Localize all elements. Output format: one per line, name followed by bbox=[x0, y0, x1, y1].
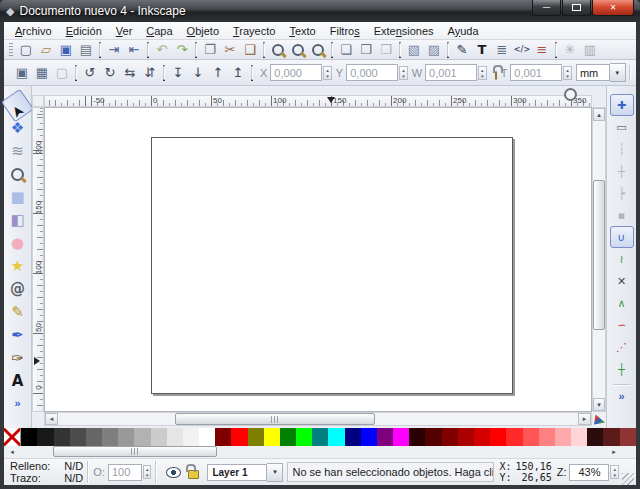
palette-swatch[interactable] bbox=[361, 428, 377, 446]
unlink-clone-button[interactable]: ❒ bbox=[376, 41, 396, 59]
palette-swatch[interactable] bbox=[571, 428, 587, 446]
palette-swatch[interactable] bbox=[603, 428, 619, 446]
scroll-right-icon[interactable]: ▸ bbox=[578, 413, 591, 425]
x-spinner[interactable]: ▴▾ bbox=[323, 66, 332, 80]
palette-swatch[interactable] bbox=[134, 428, 150, 446]
stroke-value[interactable]: N/D bbox=[64, 472, 83, 484]
palette-swatch[interactable] bbox=[474, 428, 490, 446]
palette-scrollbar-thumb[interactable] bbox=[53, 446, 217, 457]
select-all-button[interactable]: ▣ bbox=[12, 64, 32, 82]
palette-swatch[interactable] bbox=[539, 428, 555, 446]
layer-selector[interactable]: Layer 1 ▾ bbox=[207, 463, 283, 482]
fill-value[interactable]: N/D bbox=[64, 460, 83, 472]
snap-object-centers-button[interactable]: ┼ bbox=[610, 358, 634, 380]
pencil-tool[interactable]: ✎ bbox=[5, 301, 30, 324]
palette-swatch[interactable] bbox=[199, 428, 215, 446]
cut-button[interactable]: ✂ bbox=[220, 41, 240, 59]
palette-swatch[interactable] bbox=[555, 428, 571, 446]
menu-extensiones[interactable]: Extensiones bbox=[367, 23, 441, 39]
xml-editor-button[interactable]: </> bbox=[512, 41, 532, 59]
rotate-ccw-button[interactable]: ↺ bbox=[80, 64, 100, 82]
snap-cusp-nodes-button[interactable]: ∧ bbox=[610, 292, 634, 314]
palette-swatch[interactable] bbox=[587, 428, 603, 446]
menu-capa[interactable]: Capa bbox=[139, 23, 179, 39]
lower-to-bottom-button[interactable]: ↧ bbox=[168, 64, 188, 82]
group-button[interactable]: ▧ bbox=[404, 41, 424, 59]
horizontal-scrollbar[interactable]: ◂ ▸ bbox=[44, 412, 592, 426]
menu-ayuda[interactable]: Ayuda bbox=[441, 23, 486, 39]
zoom-selection-button[interactable] bbox=[268, 41, 288, 59]
snapbar-overflow-icon[interactable]: » bbox=[618, 390, 624, 402]
open-document-button[interactable]: ▱ bbox=[36, 41, 56, 59]
height-spinner[interactable]: ▴▾ bbox=[563, 66, 572, 80]
paste-button[interactable]: ❑ bbox=[240, 41, 260, 59]
color-management-toggle[interactable] bbox=[593, 413, 606, 426]
palette-swatch[interactable] bbox=[70, 428, 86, 446]
menu-archivo[interactable]: Archivo bbox=[8, 23, 59, 39]
palette-swatch[interactable] bbox=[167, 428, 183, 446]
new-document-button[interactable]: ▢ bbox=[16, 41, 36, 59]
palette-swatch[interactable] bbox=[458, 428, 474, 446]
export-button[interactable]: ⇤ bbox=[124, 41, 144, 59]
horizontal-scrollbar-thumb[interactable] bbox=[175, 413, 375, 425]
zoom-page-button[interactable] bbox=[308, 41, 328, 59]
toolbox-overflow-icon[interactable]: » bbox=[14, 397, 20, 409]
snap-nodes-button[interactable]: ∪ bbox=[610, 226, 634, 248]
raise-button[interactable]: ↑ bbox=[208, 64, 228, 82]
palette-swatch[interactable] bbox=[183, 428, 199, 446]
calligraphy-tool[interactable]: ✑ bbox=[5, 347, 30, 370]
minimize-button[interactable]: — bbox=[532, 0, 561, 16]
palette-swatch[interactable] bbox=[86, 428, 102, 446]
menu-ver[interactable]: Ver bbox=[109, 23, 140, 39]
lock-ratio-icon[interactable] bbox=[495, 71, 497, 80]
snap-midpoints-button[interactable]: ⋰ bbox=[610, 336, 634, 358]
canvas[interactable] bbox=[44, 107, 592, 412]
flip-vertical-button[interactable]: ⇵ bbox=[140, 64, 160, 82]
palette-swatch[interactable] bbox=[118, 428, 134, 446]
menu-edicion[interactable]: Edición bbox=[59, 23, 109, 39]
palette-swatch[interactable] bbox=[312, 428, 328, 446]
print-document-button[interactable]: ▤ bbox=[76, 41, 96, 59]
scroll-down-icon[interactable]: ▾ bbox=[593, 398, 605, 411]
save-document-button[interactable]: ▣ bbox=[56, 41, 76, 59]
toolbar-grip[interactable] bbox=[9, 43, 13, 57]
unit-selector[interactable]: mm ▾ bbox=[576, 63, 626, 82]
box3d-tool[interactable]: ◧ bbox=[5, 209, 30, 232]
palette-swatch[interactable] bbox=[54, 428, 70, 446]
vertical-scrollbar[interactable]: ▴ ▾ bbox=[592, 107, 606, 412]
palette-swatch[interactable] bbox=[425, 428, 441, 446]
palette-swatch[interactable] bbox=[523, 428, 539, 446]
zoom-tool[interactable] bbox=[5, 163, 30, 186]
menu-texto[interactable]: Texto bbox=[282, 23, 322, 39]
palette-swatch[interactable] bbox=[377, 428, 393, 446]
ellipse-tool[interactable]: ● bbox=[5, 232, 30, 255]
layer-lock-icon[interactable] bbox=[188, 470, 199, 479]
palette-swatch[interactable] bbox=[4, 428, 21, 446]
chevron-down-icon[interactable]: ▾ bbox=[267, 463, 283, 482]
palette-swatch[interactable] bbox=[215, 428, 231, 446]
snap-to-paths-button[interactable]: ≀ bbox=[610, 248, 634, 270]
spiral-tool[interactable]: @ bbox=[5, 278, 30, 301]
width-input[interactable]: 0,001 bbox=[425, 64, 477, 81]
chevron-down-icon[interactable]: ▾ bbox=[610, 63, 626, 82]
snap-bbox-edges-button[interactable]: ┆ bbox=[610, 138, 634, 160]
snap-bbox-edge-midpoints-button[interactable]: ┝ bbox=[610, 182, 634, 204]
palette-swatch[interactable] bbox=[280, 428, 296, 446]
snap-bounding-box-button[interactable]: ▭ bbox=[610, 116, 634, 138]
snap-path-intersections-button[interactable]: ✕ bbox=[610, 270, 634, 292]
deselect-button[interactable]: ▢ bbox=[52, 64, 72, 82]
palette-swatch[interactable] bbox=[409, 428, 425, 446]
rotate-cw-button[interactable]: ↻ bbox=[100, 64, 120, 82]
enable-snapping-button[interactable]: ✚ bbox=[610, 94, 634, 116]
palette-swatch[interactable] bbox=[393, 428, 409, 446]
palette-swatch[interactable] bbox=[102, 428, 118, 446]
menu-filtros[interactable]: Filtros bbox=[323, 23, 367, 39]
menu-objeto[interactable]: Objeto bbox=[180, 23, 226, 39]
close-button[interactable]: ✕ bbox=[592, 0, 634, 16]
tweak-tool[interactable]: ≋ bbox=[5, 140, 30, 163]
vertical-ruler[interactable]: 200150100500 bbox=[32, 107, 44, 412]
horizontal-ruler[interactable]: -50050100150200250300350 bbox=[44, 95, 592, 107]
maximize-button[interactable] bbox=[562, 0, 591, 16]
zoom-input[interactable]: 43% bbox=[569, 464, 609, 481]
palette-swatch[interactable] bbox=[442, 428, 458, 446]
